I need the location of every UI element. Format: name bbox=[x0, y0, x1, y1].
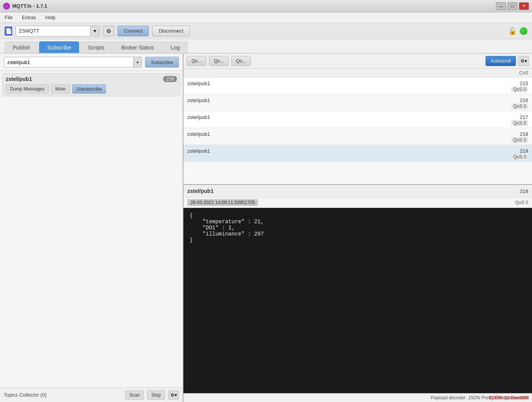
message-row-216[interactable]: zstel/pub1 216 QoS 0 bbox=[183, 94, 532, 111]
msg-topic-1: zstel/pub1 bbox=[187, 97, 210, 103]
topic-actions: Dump Messages Mute Unsubscribe bbox=[6, 84, 177, 94]
msg-num-2: 217 bbox=[511, 114, 528, 120]
topic-list: zstel/pub1 219 Dump Messages Mute Unsubs… bbox=[0, 71, 183, 387]
tab-log[interactable]: Log bbox=[163, 41, 188, 53]
msg-num-3: 218 bbox=[511, 131, 528, 137]
connection-dropdown[interactable]: ZSMQTT ▾ bbox=[15, 26, 100, 36]
qos-header-label: CoS bbox=[519, 70, 528, 76]
msg-num-1: 216 bbox=[511, 97, 528, 103]
app-title: MQTT.fx - 1.7.1 bbox=[12, 3, 47, 9]
msg-topic-0: zstel/pub1 bbox=[187, 81, 210, 86]
qos1-filter-button[interactable]: Qo... bbox=[209, 56, 229, 66]
menu-file[interactable]: File bbox=[3, 14, 14, 21]
detail-num: 219 bbox=[520, 188, 528, 194]
title-controls: — □ ✕ bbox=[496, 2, 529, 10]
msg-meta-4: 219 QoS 0 bbox=[511, 148, 528, 160]
msg-topic-4: zstel/pub1 bbox=[187, 148, 210, 154]
msg-meta-1: 216 QoS 0 bbox=[511, 97, 528, 109]
msg-topic-3: zstel/pub1 bbox=[187, 131, 210, 137]
subscribe-bar: ▾ Subscribe bbox=[0, 54, 183, 71]
message-row-219[interactable]: zstel/pub1 219 QoS 0 bbox=[183, 145, 532, 162]
topic-item-name: zstel/pub1 bbox=[6, 76, 32, 82]
topic-item: zstel/pub1 219 Dump Messages Mute Unsubs… bbox=[2, 73, 180, 96]
collector-label: Topics Collector (0) bbox=[4, 392, 122, 398]
settings-gear-button[interactable]: ⚙ bbox=[103, 26, 114, 36]
msg-qos-0: QoS 0 bbox=[511, 86, 528, 92]
detail-panel: zstel/pub1 219 26-03-2021 14:09:11.50951… bbox=[183, 185, 532, 402]
mute-button[interactable]: Mute bbox=[51, 84, 70, 94]
detail-timestamp: 26-03-2021 14:09:11.50951705 bbox=[187, 199, 258, 206]
message-list[interactable]: zstel/pub1 215 QoS 0 zstel/pub1 216 QoS … bbox=[183, 77, 532, 185]
subscribe-button[interactable]: Subscribe bbox=[145, 57, 179, 68]
main-content: ▾ Subscribe zstel/pub1 219 Dump Messages… bbox=[0, 54, 532, 402]
qos2-filter-button[interactable]: Qo... bbox=[231, 56, 251, 66]
detail-payload: { "temperature" : 21, "DO1" : 1, "illumi… bbox=[183, 208, 532, 393]
toolbar: 📄 ZSMQTT ▾ ⚙ Connect Disconnect 🔓 bbox=[0, 23, 532, 39]
close-button[interactable]: ✕ bbox=[519, 2, 529, 10]
tab-broker-status[interactable]: Broker Status bbox=[113, 41, 162, 53]
right-panel: Qo... Qo... Qo... Autoscroll ⚙▾ CoS zste… bbox=[183, 54, 532, 402]
topic-dropdown-arrow[interactable]: ▾ bbox=[133, 57, 142, 67]
msg-qos-3: QoS 0 bbox=[511, 137, 528, 143]
payload-footer: Payload decoder: JSON Pretty Format Deco… bbox=[183, 393, 532, 402]
title-bar: MQTT.fx - 1.7.1 — □ ✕ bbox=[0, 0, 532, 12]
message-settings-button[interactable]: ⚙▾ bbox=[518, 56, 529, 66]
dump-messages-button[interactable]: Dump Messages bbox=[6, 84, 49, 94]
topics-collector: Topics Collector (0) Scan Stop ⚙▾ bbox=[0, 387, 183, 402]
lock-icon: 🔓 bbox=[508, 27, 517, 35]
maximize-button[interactable]: □ bbox=[507, 2, 517, 10]
detail-header: zstel/pub1 219 bbox=[183, 185, 532, 198]
menu-extras[interactable]: Extras bbox=[20, 14, 38, 21]
message-row-217[interactable]: zstel/pub1 217 QoS 0 bbox=[183, 111, 532, 128]
topic-item-header: zstel/pub1 219 bbox=[6, 76, 177, 82]
msg-num-4: 219 bbox=[511, 148, 528, 154]
message-row-215[interactable]: zstel/pub1 215 QoS 0 bbox=[183, 77, 532, 94]
tabs: Publish Subscribe Scripts Broker Status … bbox=[0, 39, 532, 54]
menu-bar: File Extras Help bbox=[0, 12, 532, 23]
disconnect-button[interactable]: Disconnect bbox=[152, 26, 190, 36]
minimize-button[interactable]: — bbox=[496, 2, 506, 10]
title-bar-left: MQTT.fx - 1.7.1 bbox=[3, 3, 47, 10]
app-icon bbox=[3, 3, 10, 10]
new-connection-icon[interactable]: 📄 bbox=[5, 26, 12, 36]
msg-qos-1: QoS 0 bbox=[511, 103, 528, 109]
connect-button[interactable]: Connect bbox=[117, 26, 149, 36]
left-panel: ▾ Subscribe zstel/pub1 219 Dump Messages… bbox=[0, 54, 183, 402]
scan-button[interactable]: Scan bbox=[125, 390, 144, 400]
msg-meta-2: 217 QoS 0 bbox=[511, 114, 528, 126]
stop-button[interactable]: Stop bbox=[147, 390, 165, 400]
detail-meta: 219 bbox=[520, 188, 528, 194]
topic-item-count: 219 bbox=[163, 76, 177, 82]
unsubscribe-button[interactable]: Unsubscribe bbox=[72, 84, 106, 94]
detail-timestamp-row: 26-03-2021 14:09:11.50951705 QoS 0 bbox=[183, 198, 532, 208]
msg-num-0: 215 bbox=[511, 81, 528, 86]
tab-publish[interactable]: Publish bbox=[5, 41, 38, 53]
tab-scripts[interactable]: Scripts bbox=[80, 41, 112, 53]
tab-subscribe[interactable]: Subscribe bbox=[39, 41, 79, 53]
msg-qos-2: QoS 0 bbox=[511, 120, 528, 126]
filter-bar: Qo... Qo... Qo... Autoscroll ⚙▾ bbox=[183, 54, 532, 69]
msg-topic-2: zstel/pub1 bbox=[187, 114, 210, 120]
topic-input-wrap: ▾ bbox=[4, 57, 142, 68]
connection-dropdown-arrow[interactable]: ▾ bbox=[90, 26, 99, 36]
message-row-218[interactable]: zstel/pub1 218 QoS 0 bbox=[183, 128, 532, 145]
detail-qos: QoS 0 bbox=[515, 200, 528, 205]
qos-header: CoS bbox=[183, 69, 532, 77]
msg-meta-3: 218 QoS 0 bbox=[511, 131, 528, 143]
autoscroll-button[interactable]: Autoscroll bbox=[486, 56, 516, 66]
msg-qos-4: QoS 0 bbox=[511, 154, 528, 160]
collector-settings-button[interactable]: ⚙▾ bbox=[168, 390, 179, 400]
msg-meta-0: 215 QoS 0 bbox=[511, 81, 528, 92]
topic-input[interactable] bbox=[4, 57, 133, 67]
connection-name: ZSMQTT bbox=[16, 28, 90, 34]
menu-help[interactable]: Help bbox=[44, 14, 57, 21]
connection-status-dot bbox=[520, 27, 527, 35]
watermark: CSDN @smset028 bbox=[489, 395, 529, 400]
qos0-filter-button[interactable]: Qo... bbox=[187, 56, 207, 66]
detail-topic: zstel/pub1 bbox=[187, 188, 213, 194]
